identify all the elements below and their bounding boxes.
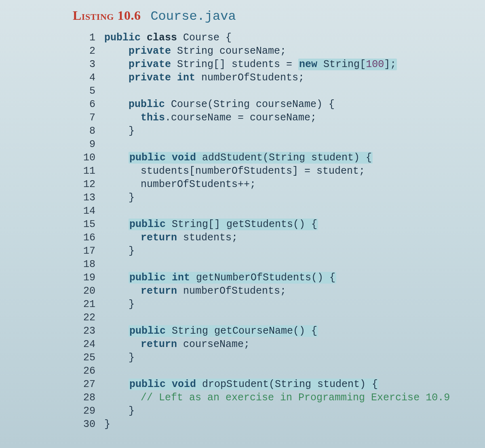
code: public void dropStudent(String student) …: [104, 378, 379, 391]
code-listing: 1 public class Course { 2 private String…: [73, 31, 477, 431]
line-number: 22: [73, 311, 104, 324]
code-line: 12 numberOfStudents++;: [73, 178, 477, 191]
code: return courseName;: [104, 338, 250, 351]
line-number: 2: [73, 44, 104, 58]
code-line: 28 // Left as an exercise in Programming…: [73, 391, 477, 404]
code-line: 25 }: [73, 351, 477, 364]
code: // Left as an exercise in Programming Ex…: [104, 391, 450, 404]
line-number: 13: [73, 191, 104, 204]
code-line: 19 public int getNumberOfStudents() {: [73, 271, 477, 284]
code-line: 20 return numberOfStudents;: [73, 284, 477, 298]
code: public String getCourseName() {: [104, 324, 318, 338]
code-line: 1 public class Course {: [73, 31, 477, 44]
line-number: 23: [73, 324, 104, 338]
line-number: 26: [73, 364, 104, 378]
line-number: 25: [73, 351, 104, 364]
line-number: 17: [73, 244, 104, 258]
code: public class Course {: [104, 31, 232, 44]
code: numberOfStudents++;: [104, 178, 256, 191]
line-number: 28: [73, 391, 104, 404]
code-line: 9: [73, 138, 477, 151]
code: private String courseName;: [104, 44, 286, 58]
line-number: 29: [73, 404, 104, 418]
line-number: 6: [73, 98, 104, 111]
code-line: 27 public void dropStudent(String studen…: [73, 378, 477, 391]
code: }: [104, 191, 135, 204]
code: public void addStudent(String student) {: [104, 151, 373, 164]
code: public Course(String courseName) {: [104, 98, 335, 111]
code: }: [104, 244, 135, 258]
line-number: 15: [73, 218, 104, 231]
listing-label: Listing 10.6: [73, 8, 141, 23]
code-line: 29 }: [73, 404, 477, 418]
line-number: 9: [73, 138, 104, 151]
code-line: 15 public String[] getStudents() {: [73, 218, 477, 231]
line-number: 19: [73, 271, 104, 284]
line-number: 30: [73, 418, 104, 431]
code: }: [104, 298, 135, 311]
code-line: 10 public void addStudent(String student…: [73, 151, 477, 164]
code: }: [104, 418, 110, 431]
listing-header: Listing 10.6 Course.java: [73, 8, 477, 24]
line-number: 18: [73, 258, 104, 271]
line-number: 12: [73, 178, 104, 191]
code-line: 21 }: [73, 298, 477, 311]
line-number: 10: [73, 151, 104, 164]
line-number: 21: [73, 298, 104, 311]
code-line: 14: [73, 204, 477, 218]
code: }: [104, 124, 135, 138]
line-number: 7: [73, 111, 104, 124]
code-line: 2 private String courseName;: [73, 44, 477, 58]
line-number: 16: [73, 231, 104, 244]
code-line: 24 return courseName;: [73, 338, 477, 351]
line-number: 3: [73, 58, 104, 71]
code: }: [104, 404, 135, 418]
code: public int getNumberOfStudents() {: [104, 271, 336, 284]
line-number: 27: [73, 378, 104, 391]
listing-filename: Course.java: [150, 9, 236, 24]
line-number: 5: [73, 84, 104, 98]
line-number: 1: [73, 31, 104, 44]
code-line: 7 this.courseName = courseName;: [73, 111, 477, 124]
line-number: 8: [73, 124, 104, 138]
code-line: 3 private String[] students = new String…: [73, 58, 477, 71]
code-line: 6 public Course(String courseName) {: [73, 98, 477, 111]
code-line: 5: [73, 84, 477, 98]
code-line: 17 }: [73, 244, 477, 258]
code-line: 11 students[numberOfStudents] = student;: [73, 164, 477, 178]
code: private String[] students = new String[1…: [104, 58, 397, 71]
code-line: 16 return students;: [73, 231, 477, 244]
line-number: 24: [73, 338, 104, 351]
line-number: 11: [73, 164, 104, 178]
code: this.courseName = courseName;: [104, 111, 316, 124]
line-number: 4: [73, 71, 104, 84]
code-line: 8 }: [73, 124, 477, 138]
code: return students;: [104, 231, 238, 244]
code: return numberOfStudents;: [104, 284, 286, 298]
code-line: 30 }: [73, 418, 477, 431]
code: private int numberOfStudents;: [104, 71, 304, 84]
code: }: [104, 351, 135, 364]
code-line: 18: [73, 258, 477, 271]
code-line: 23 public String getCourseName() {: [73, 324, 477, 338]
code-line: 4 private int numberOfStudents;: [73, 71, 477, 84]
code-line: 26: [73, 364, 477, 378]
code-line: 22: [73, 311, 477, 324]
code-line: 13 }: [73, 191, 477, 204]
line-number: 14: [73, 204, 104, 218]
code: students[numberOfStudents] = student;: [104, 164, 365, 178]
line-number: 20: [73, 284, 104, 298]
code: public String[] getStudents() {: [104, 218, 318, 231]
